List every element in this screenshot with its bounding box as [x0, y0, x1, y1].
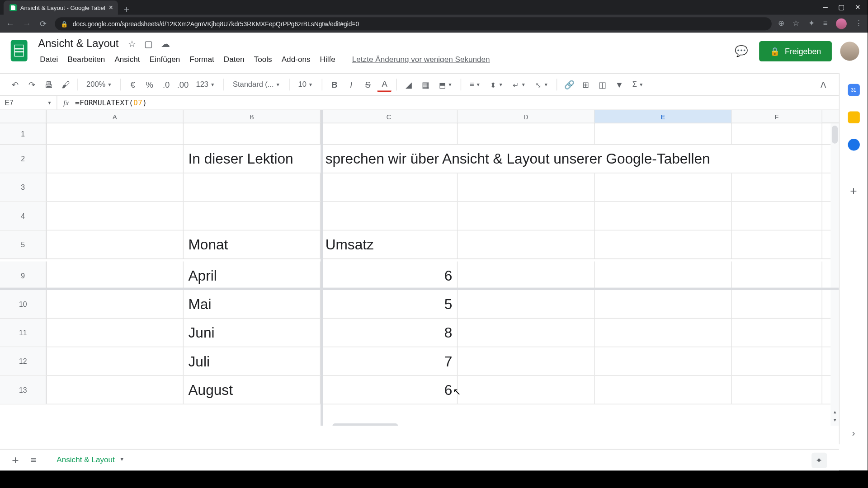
comments-icon[interactable]: 💬	[732, 42, 751, 61]
fill-color-icon[interactable]: ◢	[402, 77, 416, 92]
menu-tools[interactable]: Tools	[250, 52, 276, 66]
redo-icon[interactable]: ↷	[25, 77, 39, 92]
col-header-D[interactable]: D	[458, 110, 594, 123]
new-tab-button[interactable]: +	[118, 4, 136, 15]
scrollbar-thumb[interactable]	[332, 423, 398, 426]
row-header[interactable]: 11	[0, 319, 47, 347]
col-header-F[interactable]: F	[732, 110, 822, 123]
all-sheets-icon[interactable]: ≡	[31, 455, 36, 465]
merge-dropdown[interactable]: ⬒▼	[435, 77, 456, 92]
star-icon[interactable]: ☆	[128, 38, 136, 49]
col-header-A[interactable]: A	[47, 110, 184, 123]
menu-addons[interactable]: Add-ons	[277, 52, 314, 66]
forward-icon[interactable]: →	[21, 19, 32, 28]
comment-icon[interactable]: ⊞	[579, 77, 593, 92]
cell-month[interactable]: Juli	[184, 347, 321, 375]
scrollbar-thumb[interactable]	[832, 126, 838, 144]
cell-month[interactable]: Mai	[184, 290, 321, 318]
menu-einfuegen[interactable]: Einfügen	[145, 52, 184, 66]
add-sheet-icon[interactable]: +	[12, 453, 19, 467]
cell-month[interactable]: April	[184, 262, 321, 290]
freeze-bar-vertical[interactable]	[321, 110, 323, 426]
tab-close-icon[interactable]: ×	[109, 4, 113, 12]
menu-bearbeiten[interactable]: Bearbeiten	[63, 52, 109, 66]
last-edit-link[interactable]: Letzte Änderung vor wenigen Sekunden	[348, 52, 494, 66]
select-all-corner[interactable]	[0, 110, 47, 123]
row-header[interactable]: 13	[0, 376, 47, 404]
row-header[interactable]: 9	[0, 262, 47, 290]
profile-avatar[interactable]	[836, 19, 847, 29]
window-minimize-icon[interactable]: ─	[823, 4, 827, 11]
link-icon[interactable]: 🔗	[562, 77, 576, 92]
horizontal-scrollbar[interactable]	[47, 423, 830, 426]
increase-decimal-icon[interactable]: .00	[176, 77, 190, 92]
cell-value[interactable]: 6	[321, 376, 458, 404]
font-size-dropdown[interactable]: 10▼	[295, 77, 317, 92]
row-header[interactable]: 12	[0, 347, 47, 375]
calendar-icon[interactable]	[848, 84, 859, 96]
menu-format[interactable]: Format	[185, 52, 218, 66]
cell-value[interactable]: 6	[321, 262, 458, 290]
italic-icon[interactable]: I	[344, 77, 359, 92]
col-header-E[interactable]: E	[594, 110, 731, 123]
cell-month[interactable]: August	[184, 376, 321, 404]
functions-dropdown[interactable]: Σ▼	[629, 77, 647, 92]
menu-datei[interactable]: Datei	[36, 52, 62, 66]
strike-icon[interactable]: S	[361, 77, 375, 92]
row-header[interactable]: 10	[0, 290, 47, 318]
menu-hilfe[interactable]: Hilfe	[316, 52, 340, 66]
doc-title[interactable]: Ansicht & Layout	[36, 36, 121, 51]
print-icon[interactable]: 🖶	[42, 77, 56, 92]
zoom-dropdown[interactable]: 200%▼	[83, 77, 115, 92]
explore-icon[interactable]: ✦	[811, 452, 827, 468]
reload-icon[interactable]: ⟳	[38, 19, 49, 28]
cell-b2[interactable]: In dieser Lektion	[184, 145, 321, 173]
row-header[interactable]: 5	[0, 230, 47, 258]
zoom-indicator-icon[interactable]: ⊕	[778, 19, 784, 29]
grid-body[interactable]: 1 2In dieser Lektionsprechen wir über An…	[0, 123, 839, 404]
font-family-dropdown[interactable]: Standard (...▼	[229, 77, 285, 92]
extensions-icon[interactable]: ✦	[808, 19, 815, 29]
back-icon[interactable]: ←	[5, 19, 16, 28]
name-box[interactable]: E7 ▼	[0, 96, 57, 109]
cell-c5[interactable]: Umsatz	[321, 230, 458, 258]
add-addon-icon[interactable]: +	[850, 184, 857, 197]
cell-value[interactable]: 8	[321, 319, 458, 347]
reading-list-icon[interactable]: ≡	[823, 19, 828, 29]
window-maximize-icon[interactable]: ▢	[838, 4, 844, 11]
menu-daten[interactable]: Daten	[220, 52, 249, 66]
share-button[interactable]: 🔒 Freigeben	[759, 41, 832, 61]
valign-dropdown[interactable]: ⬍▼	[486, 77, 507, 92]
cell-b5[interactable]: Monat	[184, 230, 321, 258]
undo-icon[interactable]: ↶	[8, 77, 23, 92]
collapse-toolbar-icon[interactable]: ᐱ	[816, 77, 831, 92]
formula-input[interactable]: =FORMULATEXT(D7)	[75, 98, 147, 107]
freeze-bar-horizontal[interactable]	[0, 288, 839, 290]
wrap-dropdown[interactable]: ↵▼	[509, 77, 529, 92]
filter-icon[interactable]: ▼	[612, 77, 627, 92]
chart-icon[interactable]: ◫	[595, 77, 610, 92]
chevron-down-icon[interactable]: ▼	[119, 457, 124, 462]
keep-icon[interactable]	[848, 111, 859, 123]
col-header-C[interactable]: C	[321, 110, 458, 123]
scroll-up-icon[interactable]: ▴	[830, 409, 839, 417]
cell-month[interactable]: Juni	[184, 319, 321, 347]
cell-c2[interactable]: sprechen wir über Ansicht & Layout unser…	[321, 145, 458, 173]
rotate-dropdown[interactable]: ⤡▼	[532, 77, 552, 92]
paint-format-icon[interactable]: 🖌	[58, 77, 73, 92]
spreadsheet-grid[interactable]: A B C D E F 1 2In dieser Lektionsprechen…	[0, 110, 839, 426]
move-icon[interactable]: ▢	[144, 38, 152, 49]
vertical-scrollbar[interactable]: ▴ ▾	[830, 123, 839, 426]
chrome-menu-icon[interactable]: ⋮	[855, 19, 863, 29]
cloud-status-icon[interactable]: ☁	[161, 38, 170, 49]
tasks-icon[interactable]	[848, 139, 859, 150]
window-close-icon[interactable]: ✕	[855, 4, 860, 11]
number-format-dropdown[interactable]: 123▼	[193, 77, 219, 92]
borders-icon[interactable]: ▦	[419, 77, 433, 92]
row-header[interactable]: 2	[0, 145, 47, 173]
bold-icon[interactable]: B	[327, 77, 342, 92]
row-header[interactable]: 1	[0, 123, 47, 144]
account-avatar[interactable]	[840, 42, 859, 61]
scroll-down-icon[interactable]: ▾	[830, 418, 839, 426]
decrease-decimal-icon[interactable]: .0	[159, 77, 174, 92]
